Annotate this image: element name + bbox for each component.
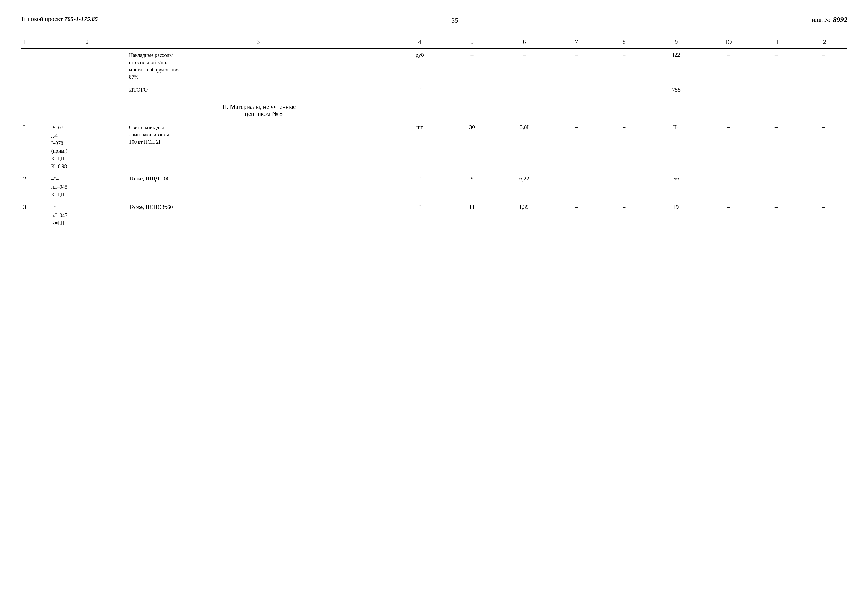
row2-unit: " (391, 173, 448, 201)
overhead-col8: – (600, 49, 648, 83)
inv-label: инв. № (812, 16, 830, 23)
main-table: I 2 3 4 5 6 7 8 9 IO II I2 Накладные рас… (21, 35, 847, 229)
col-header-12: I2 (800, 35, 847, 49)
overhead-col10: – (705, 49, 752, 83)
itogo-col1 (21, 84, 49, 96)
row3-col10: – (705, 201, 752, 229)
row2-num: 2 (21, 173, 49, 201)
itogo-value: 755 (648, 84, 705, 96)
col-header-8: 8 (600, 35, 648, 49)
row2-price: 6,22 (496, 173, 553, 201)
row1-qty: 30 (448, 121, 496, 173)
data-row-1: I I5–07 д.4 I–078 (прим.) K=I,II K=0,98 … (21, 121, 847, 173)
project-label: Типовой проект (21, 15, 63, 22)
row2-ref: –"– п.I–048 K=I,II (49, 173, 125, 201)
row1-total: II4 (648, 121, 705, 173)
itogo-unit: " (391, 84, 448, 96)
row3-col12: – (800, 201, 847, 229)
overhead-col12: – (800, 49, 847, 83)
overhead-col6: – (496, 49, 553, 83)
section-title: П. Материалы, не учтенные ценником № 8 (125, 96, 391, 121)
overhead-col2 (49, 49, 125, 83)
row1-price: 3,8I (496, 121, 553, 173)
itogo-col6: – (496, 84, 553, 96)
section-col2 (49, 96, 125, 121)
inv-number: 8992 (833, 15, 847, 24)
row2-col12: – (800, 173, 847, 201)
row1-description: Светильник для ламп накаливания 100 вт Н… (125, 121, 391, 173)
itogo-row: ИТОГО . " – – – – 755 – – – (21, 84, 847, 96)
row1-unit: шт (391, 121, 448, 173)
row1-col12: – (800, 121, 847, 173)
project-number: 705-1-175.85 (64, 15, 98, 22)
section-spacer (391, 96, 847, 121)
header-right: инв. № 8992 (812, 15, 847, 24)
itogo-col5: – (448, 84, 496, 96)
row3-num: 3 (21, 201, 49, 229)
page-header: Типовой проект 705-1-175.85 -35- инв. № … (21, 15, 847, 25)
itogo-col8: – (600, 84, 648, 96)
data-row-2: 2 –"– п.I–048 K=I,II То же, ПШД–I00 " 9 … (21, 173, 847, 201)
row1-col11: – (752, 121, 800, 173)
data-row-3: 3 –"– п.I–045 K=I,II То же, НСПО3х60 " I… (21, 201, 847, 229)
row3-price: I,39 (496, 201, 553, 229)
row3-qty: I4 (448, 201, 496, 229)
overhead-col7: – (553, 49, 600, 83)
row3-col11: – (752, 201, 800, 229)
row2-col8: – (600, 173, 648, 201)
itogo-label: ИТОГО . (125, 84, 391, 96)
overhead-col1 (21, 49, 49, 83)
row2-total: 56 (648, 173, 705, 201)
col-header-3: 3 (125, 35, 391, 49)
row1-col8: – (600, 121, 648, 173)
row1-ref: I5–07 д.4 I–078 (прим.) K=I,II K=0,98 (49, 121, 125, 173)
col-header-1: I (21, 35, 49, 49)
row2-col11: – (752, 173, 800, 201)
col-header-7: 7 (553, 35, 600, 49)
col-header-10: IO (705, 35, 752, 49)
overhead-row: Накладные расходы от основной з/пл. монт… (21, 49, 847, 83)
itogo-col11: – (752, 84, 800, 96)
overhead-col9: I22 (648, 49, 705, 83)
row2-col10: – (705, 173, 752, 201)
row2-qty: 9 (448, 173, 496, 201)
row1-col10: – (705, 121, 752, 173)
itogo-col2 (49, 84, 125, 96)
row3-total: I9 (648, 201, 705, 229)
itogo-col7: – (553, 84, 600, 96)
header-left: Типовой проект 705-1-175.85 (21, 15, 98, 22)
row3-col8: – (600, 201, 648, 229)
column-header-row: I 2 3 4 5 6 7 8 9 IO II I2 (21, 35, 847, 49)
section-header-row: П. Материалы, не учтенные ценником № 8 (21, 96, 847, 121)
col-header-2: 2 (49, 35, 125, 49)
row1-num: I (21, 121, 49, 173)
overhead-unit: руб (391, 49, 448, 83)
col-header-5: 5 (448, 35, 496, 49)
col-header-9: 9 (648, 35, 705, 49)
itogo-col10: – (705, 84, 752, 96)
page-number: -35- (450, 17, 460, 25)
row3-col7: – (553, 201, 600, 229)
row3-ref: –"– п.I–045 K=I,II (49, 201, 125, 229)
section-col1 (21, 96, 49, 121)
col-header-6: 6 (496, 35, 553, 49)
col-header-4: 4 (391, 35, 448, 49)
overhead-col5: – (448, 49, 496, 83)
row2-description: То же, ПШД–I00 (125, 173, 391, 201)
row3-description: То же, НСПО3х60 (125, 201, 391, 229)
row2-col7: – (553, 173, 600, 201)
overhead-description: Накладные расходы от основной з/пл. монт… (125, 49, 391, 83)
row1-col7: – (553, 121, 600, 173)
col-header-11: II (752, 35, 800, 49)
row3-unit: " (391, 201, 448, 229)
overhead-col11: – (752, 49, 800, 83)
itogo-col12: – (800, 84, 847, 96)
